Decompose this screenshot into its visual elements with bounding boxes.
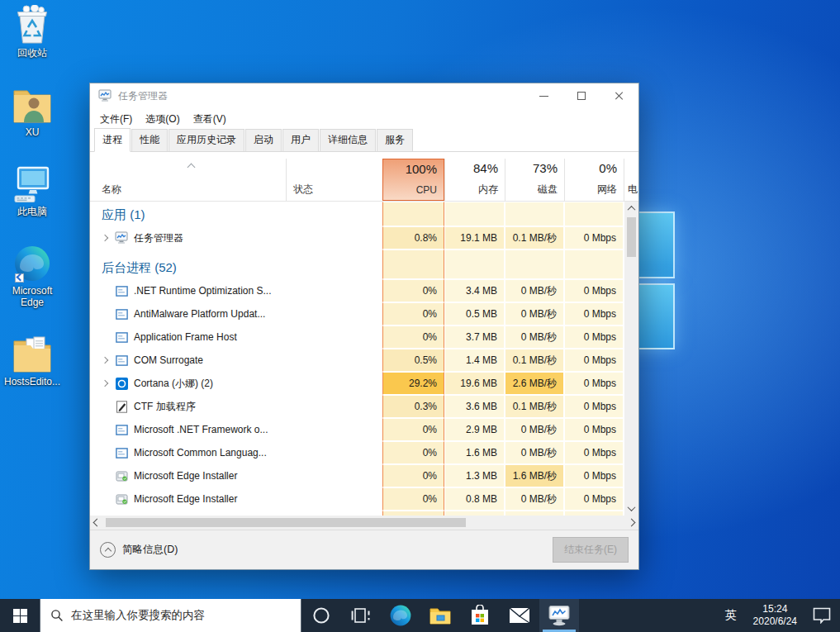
desktop-icon-label: 回收站 bbox=[17, 47, 47, 59]
tab-0[interactable]: 进程 bbox=[94, 128, 131, 152]
close-icon bbox=[615, 91, 624, 101]
process-name: Microsoft Common Languag... bbox=[134, 447, 267, 459]
sort-ascending-icon bbox=[188, 163, 195, 169]
cpu-usage-cell: 29.2% bbox=[382, 372, 444, 395]
name-cell: AntiMalware Platform Updat... bbox=[90, 302, 286, 326]
process-row[interactable]: 任务管理器0.8%19.1 MB0.1 MB/秒0 Mbps bbox=[90, 226, 624, 249]
process-row[interactable]: Microsoft Edge Installer0%0.8 MB0 MB/秒0 … bbox=[90, 487, 624, 511]
tab-6[interactable]: 服务 bbox=[377, 129, 413, 151]
edge-icon bbox=[389, 604, 412, 627]
desktop-icon-hosts-editor[interactable]: HostsEdito... bbox=[5, 334, 59, 387]
fewer-details-toggle[interactable]: 简略信息(D) bbox=[100, 542, 178, 558]
minimize-button[interactable] bbox=[524, 83, 562, 108]
net-usage-cell: 0 Mbps bbox=[564, 441, 624, 464]
task-manager-icon bbox=[548, 605, 571, 626]
column-header-disk[interactable]: 73% 磁盘 bbox=[505, 159, 564, 201]
cortana-ring-icon bbox=[312, 606, 330, 625]
system-tray: 英 15:24 2020/6/24 bbox=[715, 599, 840, 632]
column-name-label: 名称 bbox=[102, 183, 121, 197]
tab-1[interactable]: 性能 bbox=[131, 129, 168, 151]
cpu-usage-cell: 0% bbox=[382, 279, 444, 302]
tab-4[interactable]: 用户 bbox=[282, 129, 319, 151]
column-header-network[interactable]: 0% 网络 bbox=[564, 159, 624, 201]
cpu-usage-cell: 0% bbox=[382, 441, 444, 464]
taskbar-clock[interactable]: 15:24 2020/6/24 bbox=[747, 603, 804, 628]
column-header-status[interactable]: 状态 bbox=[286, 159, 382, 201]
maximize-button[interactable] bbox=[562, 83, 600, 108]
process-row[interactable]: Application Frame Host0%3.7 MB0 MB/秒0 Mb… bbox=[90, 326, 624, 349]
desktop-icon-recycle-bin[interactable]: 回收站 bbox=[5, 5, 59, 59]
scroll-down-button[interactable] bbox=[624, 501, 638, 516]
process-row[interactable]: AntiMalware Platform Updat...0%0.5 MB0 M… bbox=[90, 302, 624, 326]
mem-usage-cell bbox=[444, 249, 505, 279]
mem-usage-cell: 3.7 MB bbox=[444, 326, 505, 349]
cortana-button[interactable] bbox=[301, 599, 341, 632]
desktop-icon-this-pc[interactable]: 此电脑 bbox=[5, 164, 59, 217]
desktop-icon-user-folder-xu[interactable]: XU bbox=[5, 84, 59, 138]
column-header-cpu[interactable]: 100% CPU bbox=[382, 159, 444, 201]
file-explorer-button[interactable] bbox=[420, 599, 460, 632]
generic-window-icon bbox=[115, 330, 128, 344]
desktop-icon-label: 此电脑 bbox=[17, 206, 47, 217]
process-row[interactable]: .NET Runtime Optimization S...0%3.4 MB0 … bbox=[90, 279, 624, 302]
edge-installer-icon bbox=[115, 469, 128, 482]
close-button[interactable] bbox=[600, 83, 638, 108]
process-row[interactable]: Microsoft .NET Framework o...0%2.9 MB0 M… bbox=[90, 418, 624, 441]
disk-column-label: 磁盘 bbox=[538, 183, 558, 197]
cpu-usage-cell bbox=[382, 249, 444, 279]
menu-item-2[interactable]: 查看(V) bbox=[187, 109, 233, 130]
disk-usage-cell: 0.1 MB/秒 bbox=[505, 349, 564, 372]
vertical-scrollbar[interactable] bbox=[624, 202, 638, 516]
desktop-icon-microsoft-edge[interactable]: Microsoft Edge bbox=[5, 243, 59, 308]
status-cell bbox=[286, 441, 382, 464]
group-label: 应用 (1) bbox=[100, 207, 145, 223]
scroll-left-button[interactable] bbox=[90, 516, 104, 530]
horizontal-scrollbar-thumb[interactable] bbox=[106, 518, 466, 527]
group-header-row[interactable]: 应用 (1) bbox=[90, 202, 624, 226]
name-cell: Microsoft Edge Installer bbox=[90, 464, 286, 487]
store-button[interactable] bbox=[460, 599, 500, 632]
process-row[interactable]: CTF 加载程序0.3%3.6 MB0.1 MB/秒0 Mbps bbox=[90, 395, 624, 418]
menu-item-1[interactable]: 选项(O) bbox=[139, 109, 186, 130]
column-header-name[interactable]: 名称 bbox=[90, 159, 286, 201]
tab-2[interactable]: 应用历史记录 bbox=[168, 129, 244, 151]
action-center-button[interactable] bbox=[804, 607, 840, 624]
net-usage-cell: 0 Mbps bbox=[564, 487, 624, 511]
process-row[interactable]: COM Surrogate0.5%1.4 MB0.1 MB/秒0 Mbps bbox=[90, 349, 624, 372]
vertical-scrollbar-thumb[interactable] bbox=[627, 217, 636, 257]
tab-5[interactable]: 详细信息 bbox=[320, 129, 376, 151]
task-manager-taskbar-button[interactable] bbox=[539, 599, 579, 632]
title-bar[interactable]: 任务管理器 bbox=[90, 83, 638, 108]
net-usage-cell: 0 Mbps bbox=[564, 226, 624, 249]
task-view-icon bbox=[351, 607, 371, 624]
status-cell bbox=[286, 464, 382, 487]
mail-button[interactable] bbox=[500, 599, 539, 632]
search-placeholder-text: 在这里输入你要搜索的内容 bbox=[71, 608, 205, 623]
group-header-row[interactable]: 后台进程 (52) bbox=[90, 249, 624, 279]
column-header-power[interactable]: 电 bbox=[624, 159, 638, 201]
name-cell: 应用 (1) bbox=[90, 202, 286, 226]
process-row[interactable]: Microsoft Common Languag...0%1.6 MB0 MB/… bbox=[90, 441, 624, 464]
status-cell bbox=[286, 226, 382, 249]
status-cell bbox=[286, 372, 382, 395]
scroll-right-button[interactable] bbox=[624, 516, 638, 530]
process-row[interactable]: Microsoft Edge Installer0%1.3 MB1.6 MB/秒… bbox=[90, 464, 624, 487]
power-column-label: 电 bbox=[628, 183, 638, 197]
desktop-icon-label: HostsEdito... bbox=[4, 376, 60, 387]
column-header-memory[interactable]: 84% 内存 bbox=[444, 159, 505, 201]
task-manager-app-icon bbox=[98, 89, 112, 102]
edge-taskbar-button[interactable] bbox=[381, 599, 420, 632]
horizontal-scrollbar[interactable] bbox=[90, 516, 638, 530]
process-row[interactable]: Cortana (小娜) (2)29.2%19.6 MB2.6 MB/秒0 Mb… bbox=[90, 372, 624, 395]
cpu-usage-cell: 0.5% bbox=[382, 349, 444, 372]
taskbar-search-input[interactable]: 在这里输入你要搜索的内容 bbox=[40, 599, 301, 632]
tab-3[interactable]: 启动 bbox=[245, 129, 282, 151]
mail-envelope-icon bbox=[509, 607, 530, 624]
end-task-button[interactable]: 结束任务(E) bbox=[553, 537, 629, 563]
clock-time: 15:24 bbox=[753, 603, 797, 615]
language-indicator[interactable]: 英 bbox=[715, 599, 747, 632]
menu-item-0[interactable]: 文件(F) bbox=[93, 109, 139, 130]
start-button[interactable] bbox=[0, 599, 40, 632]
scroll-up-button[interactable] bbox=[624, 202, 638, 216]
task-view-button[interactable] bbox=[341, 599, 381, 632]
